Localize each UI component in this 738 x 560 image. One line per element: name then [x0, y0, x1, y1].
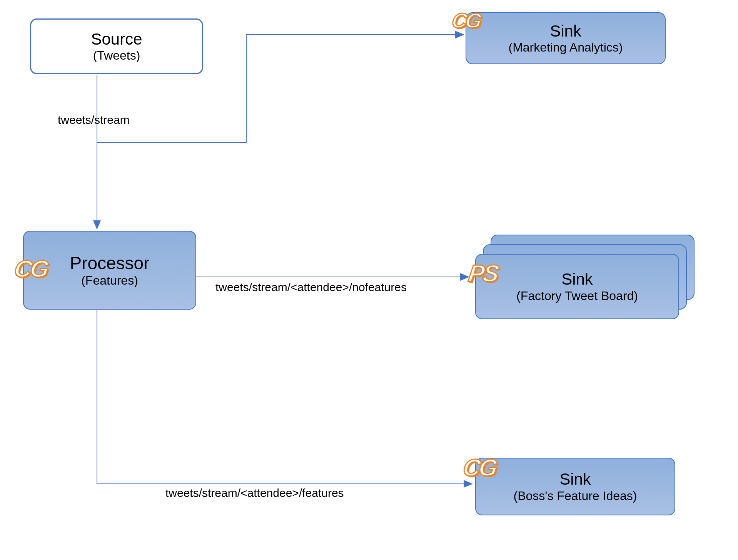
edge-label-source-processor: tweets/stream [58, 113, 130, 127]
edge-label-processor-factory: tweets/stream/<attendee>/nofeatures [215, 281, 407, 294]
node-sink-marketing-sub: (Marketing Analytics) [509, 40, 623, 55]
node-processor: Processor (Features) [23, 231, 196, 310]
flow-diagram: Source (Tweets) Sink (Marketing Analytic… [0, 0, 738, 560]
badge-cg-boss: CG [462, 456, 498, 480]
node-source-title: Source [91, 30, 142, 48]
node-processor-title: Processor [70, 253, 149, 273]
node-source-sub: (Tweets) [93, 48, 140, 63]
node-sink-factory-title: Sink [561, 270, 593, 288]
badge-cg-marketing: CG [451, 10, 482, 31]
edge-label-processor-boss: tweets/stream/<attendee>/features [165, 487, 344, 500]
node-sink-boss-sub: (Boss's Feature Ideas) [514, 489, 637, 503]
node-sink-factory-sub: (Factory Tweet Board) [516, 289, 638, 303]
node-source: Source (Tweets) [30, 18, 203, 74]
node-sink-marketing-title: Sink [550, 22, 581, 40]
node-sink-boss: Sink (Boss's Feature Ideas) [475, 458, 675, 515]
badge-ps-factory: PS [467, 262, 499, 285]
node-sink-boss-title: Sink [559, 470, 591, 488]
node-sink-marketing: Sink (Marketing Analytics) [466, 12, 666, 64]
node-processor-sub: (Features) [81, 273, 138, 288]
badge-cg-processor: CG [13, 257, 49, 281]
node-sink-factory: Sink (Factory Tweet Board) [475, 254, 679, 319]
